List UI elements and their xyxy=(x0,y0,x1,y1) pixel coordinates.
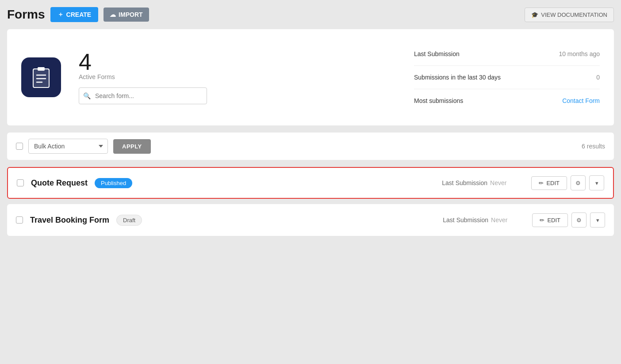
last-submission-label: Last Submission xyxy=(442,179,487,186)
edit-button[interactable]: ✏ EDIT xyxy=(532,213,568,227)
stats-middle: 4 Active Forms 🔍 xyxy=(79,50,207,104)
last-submission-value: 10 months ago xyxy=(559,50,600,57)
gear-button[interactable]: ⚙ xyxy=(571,212,586,228)
search-input[interactable] xyxy=(79,87,207,104)
status-badge: Draft xyxy=(116,215,142,226)
expand-button[interactable]: ▾ xyxy=(589,175,604,190)
most-submissions-label: Most submissions xyxy=(414,97,463,104)
bulk-bar: Bulk Action APPLY 6 results xyxy=(7,133,614,160)
import-label: IMPORT xyxy=(119,11,142,18)
stats-right: Last Submission 10 months ago Submission… xyxy=(414,42,600,112)
cloud-icon: ☁ xyxy=(110,11,116,18)
view-docs-button[interactable]: 🎓 VIEW DOCUMENTATION xyxy=(525,8,614,22)
form-row-checkbox[interactable] xyxy=(17,179,24,186)
form-row-submission: Last Submission Never xyxy=(442,179,506,186)
bulk-action-select[interactable]: Bulk Action xyxy=(28,139,108,154)
graduation-icon: 🎓 xyxy=(531,11,538,18)
form-row-actions: ✏ EDIT ⚙ ▾ xyxy=(532,212,605,228)
last-submission-label: Last Submission xyxy=(443,216,488,224)
form-row-submission: Last Submission Never xyxy=(443,216,507,224)
submissions-30-value: 0 xyxy=(596,74,600,81)
last-submission-value: Never xyxy=(491,216,507,224)
create-button[interactable]: ＋ CREATE xyxy=(50,7,99,22)
status-badge: Published xyxy=(95,178,132,188)
stats-card: 4 Active Forms 🔍 Last Submission 10 mont… xyxy=(7,29,614,125)
active-forms-label: Active Forms xyxy=(79,73,207,80)
create-label: CREATE xyxy=(66,11,92,18)
form-row-checkbox[interactable] xyxy=(16,216,23,224)
import-button[interactable]: ☁ IMPORT xyxy=(104,8,149,22)
form-row-name: Travel Booking Form xyxy=(30,216,109,225)
last-submission-label: Last Submission xyxy=(414,50,460,57)
select-all-checkbox[interactable] xyxy=(16,143,23,150)
form-row-name: Quote Request xyxy=(31,178,88,188)
plus-icon: ＋ xyxy=(58,11,64,19)
gear-button[interactable]: ⚙ xyxy=(571,175,586,190)
last-submission-value: Never xyxy=(490,179,506,186)
search-wrap: 🔍 xyxy=(79,87,207,104)
stats-icon-wrap xyxy=(21,57,61,97)
form-row: Travel Booking Form Draft Last Submissio… xyxy=(7,204,614,236)
clipboard-icon xyxy=(31,65,52,89)
pencil-icon: ✏ xyxy=(539,180,544,186)
results-count: 6 results xyxy=(582,143,605,150)
most-submissions-row: Most submissions Contact Form xyxy=(414,89,600,112)
page-header: Forms ＋ CREATE ☁ IMPORT 🎓 VIEW DOCUMENTA… xyxy=(7,7,614,22)
form-row: Quote Request Published Last Submission … xyxy=(7,167,614,199)
form-rows-container: Quote Request Published Last Submission … xyxy=(7,167,614,236)
submissions-30-row: Submissions in the last 30 days 0 xyxy=(414,66,600,89)
last-submission-row: Last Submission 10 months ago xyxy=(414,42,600,66)
edit-label: EDIT xyxy=(547,217,560,224)
edit-label: EDIT xyxy=(546,180,560,186)
chevron-down-icon: ▾ xyxy=(596,217,599,224)
gear-icon: ⚙ xyxy=(575,180,581,186)
apply-button[interactable]: APPLY xyxy=(113,139,151,154)
gear-icon: ⚙ xyxy=(576,217,582,224)
submissions-30-label: Submissions in the last 30 days xyxy=(414,74,501,81)
form-row-actions: ✏ EDIT ⚙ ▾ xyxy=(531,175,604,190)
page-title: Forms xyxy=(7,8,45,22)
header-left: Forms ＋ CREATE ☁ IMPORT xyxy=(7,7,149,22)
active-forms-count: 4 xyxy=(79,50,207,73)
edit-button[interactable]: ✏ EDIT xyxy=(531,176,567,190)
chevron-down-icon: ▾ xyxy=(595,180,598,186)
most-submissions-link[interactable]: Contact Form xyxy=(562,97,600,104)
svg-rect-1 xyxy=(38,67,45,71)
pencil-icon: ✏ xyxy=(540,217,544,224)
expand-button[interactable]: ▾ xyxy=(590,212,605,228)
search-icon: 🔍 xyxy=(83,92,91,99)
view-docs-label: VIEW DOCUMENTATION xyxy=(541,11,607,18)
